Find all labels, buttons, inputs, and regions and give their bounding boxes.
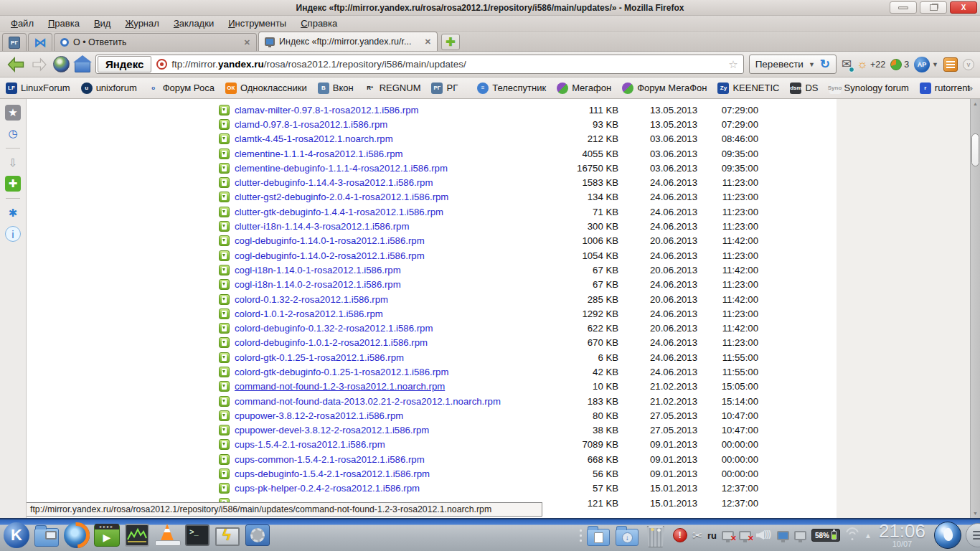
media-player-launcher[interactable] [92,520,122,550]
menu-item[interactable]: Правка [42,17,86,30]
firefox-launcher[interactable] [62,520,92,550]
file-link[interactable]: cogl-debuginfo-1.14.0-2-rosa2012.1.i586.… [235,250,561,261]
klipper-scissors-icon[interactable]: ✂ [692,528,702,543]
file-link[interactable]: colord-0.1.32-2-rosa2012.1.i586.rpm [235,294,561,305]
keyboard-layout-indicator[interactable]: ru [707,530,717,541]
url-bar[interactable]: Яндекс ftp://mirror.yandex.ru/rosa/rosa2… [95,55,744,74]
file-link[interactable]: cogl-i18n-1.14.0-2-rosa2012.1.i586.rpm [235,279,561,290]
bookmark-item[interactable]: ОК Одноклассники [225,83,307,94]
scroll-up-icon[interactable]: ▲ [971,101,980,106]
bookmark-item[interactable]: R* REGNUM [364,83,421,94]
forward-button[interactable] [31,56,48,73]
volume-icon[interactable] [756,529,772,541]
tab-inactive[interactable]: О • Ответить ✕ [54,33,257,51]
home-button[interactable] [75,62,90,72]
tab-close-icon[interactable]: ✕ [244,38,250,47]
bookmark-item[interactable]: r rutorrent [920,83,970,94]
file-link[interactable]: cpupower-3.8.12-2-rosa2012.1.i586.rpm [235,410,561,421]
file-link[interactable]: cpupower-devel-3.8.12-2-rosa2012.1.i586.… [235,425,561,435]
k-menu-button[interactable]: K [1,520,32,550]
sidebar-icon[interactable]: i [5,226,21,242]
tray-expander-icon[interactable]: ▲ [864,532,872,540]
vertical-scrollbar[interactable]: ▲ ▼ [970,99,980,518]
system-settings-launcher[interactable] [242,520,273,550]
vlc-launcher[interactable] [152,520,182,550]
bookmark-star-icon[interactable]: ☆ [728,58,738,71]
file-link[interactable]: clamtk-4.45-1-rosa2012.1.noarch.rpm [235,133,561,144]
bookmarks-overflow-icon[interactable]: » [968,83,973,93]
bookmark-item[interactable]: ≡ Телеспутник [477,83,546,94]
file-link[interactable]: clutter-gtk-debuginfo-1.4.4-1-rosa2012.1… [235,207,561,217]
network-manager-icon[interactable] [777,531,789,540]
trash-shortcut[interactable] [641,521,670,550]
file-link[interactable]: cups-pk-helper-0.2.4-2-rosa2012.1.i586.r… [235,483,561,494]
bookmark-item[interactable]: РГ РГ [431,83,458,94]
file-link[interactable]: colord-debuginfo-1.0.1-2-rosa2012.1.i586… [235,337,561,348]
toolbar-overflow-icon[interactable]: v [963,59,974,70]
close-button[interactable]: X [950,1,977,14]
file-link[interactable]: clutter-debuginfo-1.14.4-3-rosa2012.1.i5… [235,177,561,188]
ap-addon[interactable]: AP▼ [914,57,938,72]
menu-item[interactable]: Файл [4,17,40,30]
pinned-tab-rg[interactable]: РГ [2,33,27,51]
panel-separator-handle[interactable] [578,522,584,548]
weather-addon[interactable]: ☼+22 [857,57,885,72]
file-link[interactable]: colord-gtk-0.1.25-1-rosa2012.1.i586.rpm [235,352,561,363]
counter-addon[interactable]: 3 [890,59,909,70]
file-link[interactable]: clamav-milter-0.97.8-1-rosa2012.1.i586.r… [235,105,561,116]
file-link[interactable]: cups-common-1.5.4-2.1-rosa2012.1.i586.rp… [235,454,561,465]
bookmark-item[interactable]: Мегафон [557,83,611,94]
sidebar-icon[interactable]: ✱ [5,205,21,221]
sidebar-icon[interactable]: ⇩ [5,155,21,171]
minimize-button[interactable] [890,1,917,14]
network-disconnected-icon-1[interactable]: ✕ [722,531,734,540]
reload-globe-icon[interactable] [53,56,70,72]
translate-button[interactable]: Перевести [755,59,804,70]
file-link[interactable]: cups-debuginfo-1.5.4-2.1-rosa2012.1.i586… [235,468,561,479]
sidebar-icon[interactable]: ★ [5,105,21,121]
file-link[interactable]: clutter-gst2-debuginfo-2.0.4-1-rosa2012.… [235,192,561,202]
bookmark-item[interactable]: В Вкон [318,83,354,94]
new-tab-button[interactable]: ✚ [441,34,460,50]
menu-item[interactable]: Журнал [118,17,165,30]
documents-folder-shortcut[interactable] [584,521,613,550]
bookmark-item[interactable]: o Форум Роса [148,83,215,94]
file-link[interactable]: cups-1.5.4-2.1-rosa2012.1.i586.rpm [235,439,561,450]
notes-addon-icon[interactable] [943,57,958,72]
terminal-launcher[interactable]: >_ [182,520,212,550]
translate-dropdown-icon[interactable]: ▼ [809,61,815,68]
mail-notifier-icon[interactable]: ✉ [842,57,852,72]
scroll-down-icon[interactable]: ▼ [971,511,980,516]
menu-item[interactable]: Закладки [167,17,220,30]
bookmark-item[interactable]: u unixforum [81,83,137,94]
file-link[interactable]: cogl-i18n-1.14.0-1-rosa2012.1.i586.rpm [235,265,561,276]
translate-refresh-icon[interactable]: ↻ [820,58,830,70]
alert-tray-icon[interactable]: ! [673,528,687,542]
pinned-tab-butterfly[interactable]: ⋈ [28,33,52,51]
restore-button[interactable] [920,1,947,14]
file-link[interactable]: colord-gtk-debuginfo-0.1.25-1-rosa2012.1… [235,367,561,377]
bookmark-item[interactable]: LF LinuxForum [6,83,70,94]
sidebar-icon[interactable]: ✚ [5,176,21,192]
tab-active[interactable]: Индекс «ftp://mirror.yandex.ru/r... ✕ [258,32,438,51]
yandex-search-button[interactable]: Яндекс [98,56,151,72]
panel-clock[interactable]: 21:06 10/07 [879,522,925,548]
file-link[interactable]: cogl-debuginfo-1.14.0-1-rosa2012.1.i586.… [235,235,561,246]
tab-close-icon[interactable]: ✕ [425,37,431,47]
wifi-icon[interactable] [845,530,859,540]
remote-desktop-launcher[interactable]: ϟ [212,520,242,550]
back-button[interactable] [6,55,26,75]
menu-item[interactable]: Вид [88,17,118,30]
scrollbar-thumb[interactable] [971,133,979,166]
bookmark-item[interactable]: Форум МегаФон [622,83,707,94]
translate-control[interactable]: Перевести ▼ ↻ [749,55,837,74]
file-link[interactable]: clementine-1.1.1-4-rosa2012.1.i586.rpm [235,149,561,159]
network-disconnected-icon-2[interactable]: ✕ [739,531,751,540]
menu-item[interactable]: Инструменты [222,17,293,30]
file-link[interactable]: clamd-0.97.8-1-rosa2012.1.i586.rpm [235,119,561,130]
rosa-logo-button[interactable] [934,522,961,549]
bookmark-item[interactable]: dsm DS [790,83,818,94]
ap-dropdown-icon[interactable]: ▼ [932,61,938,68]
bookmark-item[interactable]: Zy KEENETIC [717,83,779,94]
sidebar-icon[interactable]: ◷ [5,126,21,141]
